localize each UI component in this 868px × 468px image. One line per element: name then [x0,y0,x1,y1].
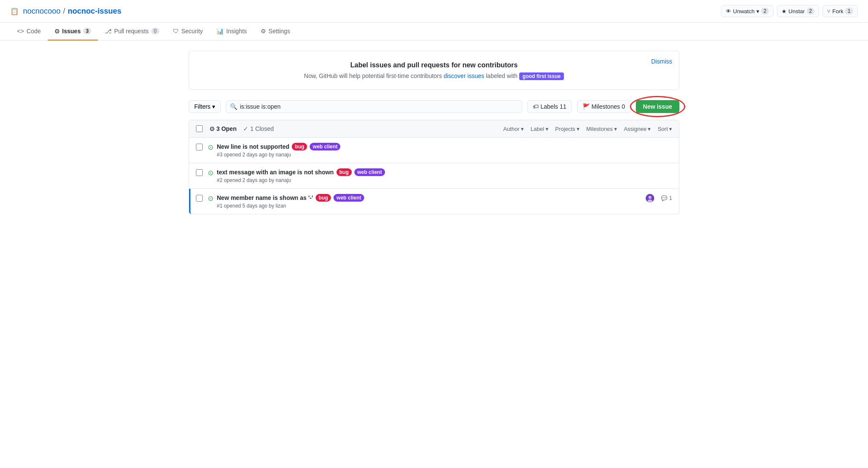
label-filter-label: Label [531,126,544,132]
tab-settings[interactable]: ⚙ Settings [254,23,297,40]
unwatch-count: 2 [761,8,769,14]
issue-checkbox[interactable] [196,144,203,150]
label-bug: bug [292,143,307,150]
author-filter-button[interactable]: Author ▾ [503,126,523,132]
avatar-image [646,194,654,202]
search-input[interactable] [226,100,522,113]
star-icon: ★ [782,8,787,14]
comment-count: 💬 1 [661,195,672,201]
table-row: ⊙ New line is not supported bug web clie… [189,138,679,163]
tab-code[interactable]: <> Code [10,23,48,40]
code-icon: <> [17,28,24,35]
pull-requests-count-badge: 0 [151,28,159,35]
repo-name-link[interactable]: nocnoc-issues [68,7,121,16]
svg-point-1 [649,196,652,199]
eye-icon: 👁 [726,8,731,14]
labels-button[interactable]: 🏷 Labels 11 [527,100,572,113]
promo-banner: Label issues and pull requests for new c… [189,51,679,90]
good-first-issue-badge: good first issue [519,72,564,80]
settings-icon: ⚙ [261,28,266,35]
issue-checkbox[interactable] [196,169,203,176]
tab-issues[interactable]: ⊙ Issues 3 [48,23,98,40]
issue-open-icon: ⊙ [208,143,213,151]
tab-settings-label: Settings [269,28,290,35]
sort-button[interactable]: Sort ▾ [658,126,672,132]
labels-label: Labels [540,103,558,110]
sort-label: Sort [658,126,668,132]
new-issue-button[interactable]: New issue [636,100,679,113]
projects-filter-label: Projects [555,126,575,132]
comment-count-value: 1 [669,195,672,201]
open-count-label: 3 Open [216,125,236,132]
projects-filter-button[interactable]: Projects ▾ [555,126,580,132]
issue-open-icon: ⊙ [208,169,213,177]
fork-count: 1 [845,8,853,14]
open-issues-count: ⊙ 3 Open [210,125,236,132]
new-issue-wrapper: New issue [636,100,679,113]
issue-title-row: New member name is shown as '-' bug web … [217,194,646,202]
issue-title-link[interactable]: New line is not supported [217,143,289,150]
insights-icon: 📊 [216,28,224,35]
fork-button[interactable]: ⑂ Fork 1 [822,5,858,17]
projects-chevron-icon: ▾ [577,126,580,132]
milestones-label: Milestones [592,103,620,110]
filters-button[interactable]: Filters ▾ [189,100,221,113]
issue-checkbox[interactable] [196,195,203,202]
tab-pull-requests[interactable]: ⎇ Pull requests 0 [98,23,166,40]
label-filter-button[interactable]: Label ▾ [531,126,549,132]
labels-count: 11 [560,103,566,110]
promo-text: Now, GitHub will help potential first-ti… [199,72,669,79]
comment-icon: 💬 [661,195,667,201]
promo-text-before: Now, GitHub will help potential first-ti… [304,72,442,79]
fork-icon: ⑂ [827,8,831,14]
sort-chevron-icon: ▾ [669,126,672,132]
unstar-button[interactable]: ★ Unstar 2 [777,5,819,17]
closed-count-label: 1 Closed [250,125,273,132]
dismiss-button[interactable]: Dismiss [651,58,672,65]
chevron-down-icon: ▾ [756,8,759,14]
tab-pull-requests-label: Pull requests [114,28,149,35]
issue-content: New member name is shown as '-' bug web … [217,194,646,209]
issue-meta: #2 opened 2 days ago by nanaju [217,177,672,183]
assignee-filter-button[interactable]: Assignee ▾ [624,126,651,132]
milestones-filter-label: Milestones [586,126,613,132]
milestones-filter-button[interactable]: Milestones ▾ [586,126,617,132]
checkmark-icon: ✓ [243,125,248,132]
issues-list-header: ⊙ 3 Open ✓ 1 Closed Author ▾ Label ▾ [189,120,679,138]
tab-insights-label: Insights [226,28,247,35]
unwatch-button[interactable]: 👁 Unwatch ▾ 2 [721,5,773,17]
milestones-button[interactable]: 🚩 Milestones 0 [577,100,631,113]
issues-list: ⊙ 3 Open ✓ 1 Closed Author ▾ Label ▾ [189,120,679,214]
issue-open-icon: ⊙ [208,194,213,202]
table-row: ⊙ text message with an image is not show… [189,163,679,189]
author-chevron-icon: ▾ [521,126,524,132]
tab-security[interactable]: 🛡 Security [166,23,210,40]
top-actions: 👁 Unwatch ▾ 2 ★ Unstar 2 ⑂ Fork 1 [721,5,858,17]
closed-issues-count[interactable]: ✓ 1 Closed [243,125,273,132]
issue-meta: #1 opened 5 days ago by lizan [217,203,646,209]
top-bar: 📋 nocnocooo / nocnoc-issues 👁 Unwatch ▾ … [0,0,868,23]
tab-insights[interactable]: 📊 Insights [210,23,253,40]
assignee-chevron-icon: ▾ [648,126,651,132]
milestones-chevron-icon: ▾ [614,126,617,132]
repo-slash: / [63,7,65,16]
security-icon: 🛡 [173,28,179,35]
tab-issues-label: Issues [62,28,81,35]
open-closed-toggle: ⊙ 3 Open ✓ 1 Closed [210,125,496,132]
issue-title-link[interactable]: text message with an image is not shown [217,169,334,176]
filters-chevron-icon: ▾ [212,103,215,110]
issue-meta: #3 opened 2 days ago by nanaju [217,152,672,158]
label-webclient: web client [310,143,340,150]
issue-content: text message with an image is not shown … [217,168,672,183]
milestones-count: 0 [622,103,625,110]
select-all-checkbox[interactable] [196,125,203,132]
issue-title-link[interactable]: New member name is shown as '-' [217,194,313,201]
issues-count-badge: 3 [83,28,91,35]
table-row: ⊙ New member name is shown as '-' bug we… [189,189,679,214]
repo-owner-link[interactable]: nocnocooo [23,7,60,16]
issue-title-row: text message with an image is not shown … [217,168,672,176]
unwatch-label: Unwatch [733,8,755,14]
issue-title-row: New line is not supported bug web client [217,143,672,150]
discover-issues-link[interactable]: discover issues [443,72,484,79]
search-icon: 🔍 [230,103,237,110]
